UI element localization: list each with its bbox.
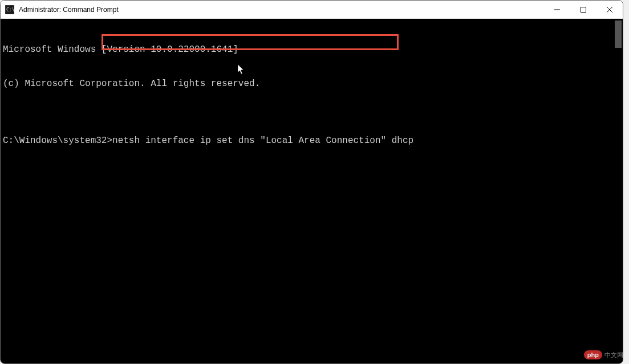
window-controls bbox=[544, 1, 623, 19]
svg-text:C:\: C:\ bbox=[6, 7, 14, 13]
watermark-text: 中文网 bbox=[604, 351, 623, 359]
close-button[interactable] bbox=[596, 1, 623, 19]
minimize-button[interactable] bbox=[544, 1, 570, 19]
version-line: Microsoft Windows [Version 10.0.22000.16… bbox=[3, 44, 620, 55]
prompt-text: C:\Windows\system32> bbox=[3, 136, 112, 146]
svg-rect-3 bbox=[581, 7, 586, 13]
cmd-icon: C:\ bbox=[5, 5, 14, 14]
watermark-badge: php bbox=[584, 350, 602, 359]
command-prompt-window: C:\ Administrator: Command Prompt Micros… bbox=[0, 0, 623, 364]
scrollbar-track[interactable] bbox=[614, 19, 623, 363]
copyright-line: (c) Microsoft Corporation. All rights re… bbox=[3, 78, 620, 89]
maximize-button[interactable] bbox=[570, 1, 596, 19]
prompt-line: C:\Windows\system32>netsh interface ip s… bbox=[3, 135, 620, 146]
terminal-output[interactable]: Microsoft Windows [Version 10.0.22000.16… bbox=[1, 19, 623, 363]
titlebar[interactable]: C:\ Administrator: Command Prompt bbox=[1, 1, 623, 19]
window-title: Administrator: Command Prompt bbox=[19, 6, 119, 14]
command-text: netsh interface ip set dns "Local Area C… bbox=[112, 136, 413, 146]
watermark: php 中文网 bbox=[584, 350, 623, 359]
scrollbar-thumb[interactable] bbox=[615, 21, 622, 48]
